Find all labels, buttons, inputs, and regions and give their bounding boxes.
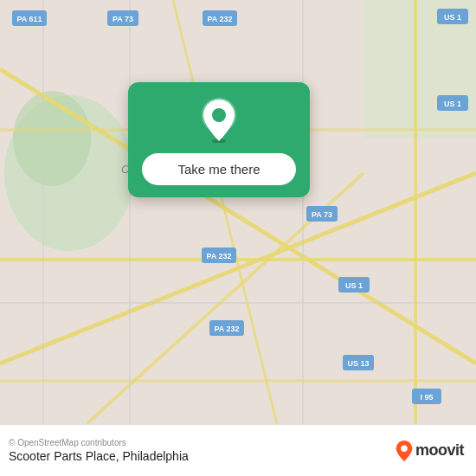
place-name: Scooter Parts Place, Philadelphia <box>9 449 189 463</box>
osm-credit: © OpenStreetMap contributors <box>9 438 189 447</box>
map-svg: PA 611 PA 73 PA 232 US 1 US 1 PA 73 PA 2… <box>0 0 476 424</box>
svg-text:US 13: US 13 <box>347 359 369 368</box>
svg-text:PA 232: PA 232 <box>207 15 232 23</box>
svg-text:PA 611: PA 611 <box>16 15 42 23</box>
take-me-there-button[interactable]: Take me there <box>142 153 296 185</box>
moovit-brand-text: moovit <box>415 441 464 460</box>
location-pin-icon <box>200 98 238 143</box>
bottom-bar: © OpenStreetMap contributors Scooter Par… <box>0 424 476 476</box>
moovit-logo: moovit <box>395 440 464 462</box>
svg-point-2 <box>13 91 91 186</box>
bottom-left: © OpenStreetMap contributors Scooter Par… <box>9 438 189 463</box>
svg-text:PA 232: PA 232 <box>206 252 231 261</box>
popup-card: Take me there <box>128 82 310 197</box>
moovit-pin-icon <box>395 440 414 462</box>
svg-text:PA 73: PA 73 <box>113 15 133 23</box>
svg-text:I 95: I 95 <box>420 393 433 402</box>
map-container: PA 611 PA 73 PA 232 US 1 US 1 PA 73 PA 2… <box>0 0 476 424</box>
svg-text:PA 232: PA 232 <box>214 325 239 333</box>
svg-point-42 <box>401 445 407 451</box>
svg-point-41 <box>212 108 226 122</box>
svg-text:US 1: US 1 <box>444 100 461 108</box>
svg-text:US 1: US 1 <box>444 13 461 22</box>
svg-text:US 1: US 1 <box>345 281 363 290</box>
svg-text:PA 73: PA 73 <box>312 210 332 219</box>
